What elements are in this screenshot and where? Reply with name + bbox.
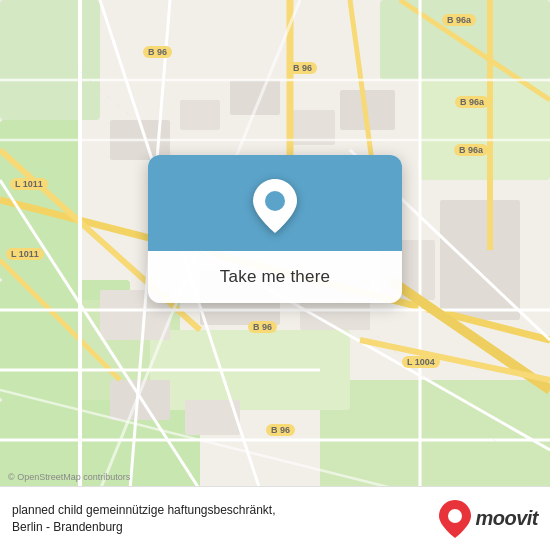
road-label-b96a-mid: B 96a	[455, 96, 489, 108]
svg-rect-8	[320, 380, 550, 490]
bottom-bar: planned child gemeinnützige haftungsbesc…	[0, 486, 550, 550]
svg-rect-1	[0, 0, 100, 120]
svg-point-48	[265, 191, 285, 211]
svg-rect-18	[110, 380, 170, 420]
road-label-b96-low: B 96	[248, 321, 277, 333]
popup-card: Take me there	[148, 155, 402, 303]
road-label-b96-mid: B 96	[288, 62, 317, 74]
moovit-pin-icon	[439, 500, 471, 538]
map-container: B 96a B 96 B 96a L 1011 1045 L 1011 B 96…	[0, 0, 550, 550]
svg-point-49	[448, 509, 462, 523]
location-pin-icon	[253, 179, 297, 231]
road-label-b96-top: B 96	[143, 46, 172, 58]
popup-pin-area	[148, 155, 402, 251]
bottom-text-group: planned child gemeinnützige haftungsbesc…	[12, 502, 431, 536]
svg-rect-5	[380, 0, 550, 80]
road-label-l1011-low: L 1011	[6, 248, 44, 260]
road-label-b96-lower: B 96	[266, 424, 295, 436]
moovit-brand-text: moovit	[475, 507, 538, 530]
place-location: Berlin - Brandenburg	[12, 519, 431, 536]
moovit-logo: moovit	[439, 500, 538, 538]
svg-rect-11	[180, 100, 220, 130]
road-label-b96a-low: B 96a	[454, 144, 488, 156]
road-label-l1004: L 1004	[402, 356, 440, 368]
place-name: planned child gemeinnützige haftungsbesc…	[12, 502, 431, 519]
take-me-there-button[interactable]: Take me there	[148, 251, 402, 303]
svg-rect-6	[420, 80, 550, 180]
road-label-l1011-left: L 1011	[10, 178, 48, 190]
copyright-text: © OpenStreetMap contributors	[8, 472, 130, 482]
road-label-b96a-top: B 96a	[442, 14, 476, 26]
